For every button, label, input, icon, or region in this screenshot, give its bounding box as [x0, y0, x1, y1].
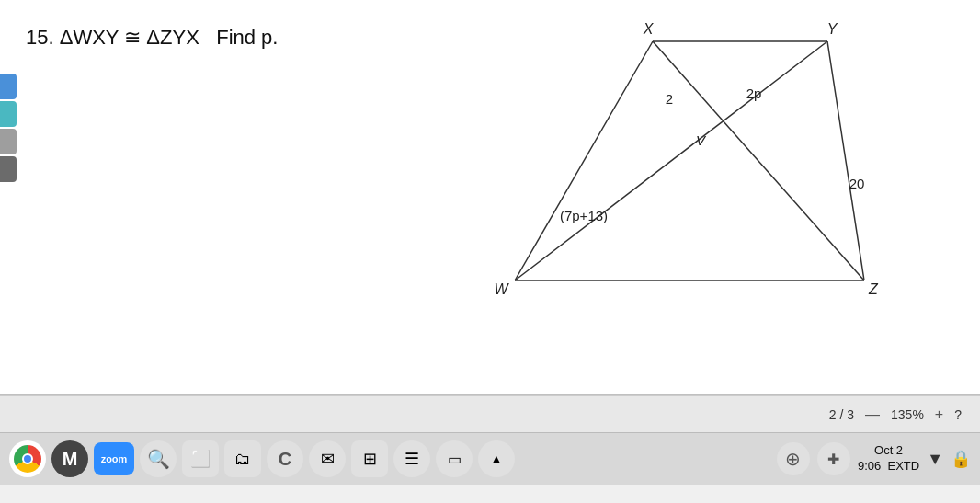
notifications-icon: ✚	[827, 451, 839, 468]
slides-icon: ▭	[448, 451, 462, 468]
taskbar-docs[interactable]: ☰	[393, 440, 430, 477]
left-tab-blue	[0, 74, 17, 99]
docs-icon: ☰	[405, 449, 419, 469]
taskbar: M zoom 🔍 ⬜ 🗂 C ✉ ⊞ ☰	[0, 432, 980, 485]
problem-statement: 15. ΔWXY ≅ ΔZYX Find p.	[26, 26, 278, 50]
calendar-icon: ⊞	[363, 449, 377, 469]
taskbar-notifications[interactable]: ✚	[817, 442, 850, 475]
label-side-yz: 20	[849, 176, 865, 191]
svg-line-0	[515, 41, 653, 280]
zoom-minus[interactable]: —	[865, 406, 880, 423]
time-display: 9:06 EXTD	[858, 459, 919, 474]
taskbar-tray: ⊕ ✚ Oct 2 9:06 EXTD ▼ 🔒	[777, 442, 971, 475]
wifi-icon: ▼	[927, 450, 943, 469]
zoom-level: 135%	[891, 407, 924, 422]
status-bar: 2 / 3 — 135% + ?	[0, 395, 980, 432]
taskbar-drive[interactable]: ▲	[478, 440, 515, 477]
taskbar-screen[interactable]: ⬜	[182, 440, 219, 477]
label-side-yv: 2p	[746, 86, 762, 101]
taskbar-search[interactable]: 🔍	[140, 440, 177, 477]
taskbar-gmail-app[interactable]: ✉	[309, 440, 346, 477]
taskbar-calendar[interactable]: ⊞	[351, 440, 388, 477]
search-icon: 🔍	[147, 448, 170, 470]
bottom-bar-container: 2 / 3 — 135% + ? M zoom 🔍 ⬜ �	[0, 395, 980, 503]
gmail-app-icon: ✉	[321, 449, 335, 469]
label-side-wx: (7p+13)	[560, 208, 608, 223]
chromebook-label: C	[279, 449, 291, 470]
taskbar-slides[interactable]: ▭	[436, 440, 473, 477]
problem-number: 15.	[26, 26, 54, 49]
vertex-x-label: X	[643, 21, 655, 37]
geometry-diagram: X Y W Z V 2 2p (7p+13) 20	[441, 14, 901, 326]
screen-icon: ⬜	[190, 449, 211, 469]
svg-line-3	[515, 41, 827, 280]
taskbar-gmail-m[interactable]: M	[51, 440, 88, 477]
left-tab-teal	[0, 101, 17, 127]
taskbar-add[interactable]: ⊕	[777, 442, 810, 475]
taskbar-files[interactable]: 🗂	[224, 440, 261, 477]
vertex-y-label: Y	[827, 21, 838, 37]
problem-congruence: ΔWXY ≅ ΔZYX	[60, 26, 199, 49]
left-strip	[0, 74, 17, 182]
left-tab-gray	[0, 129, 17, 154]
vertex-z-label: Z	[868, 281, 879, 297]
diagram-area: X Y W Z V 2 2p (7p+13) 20	[441, 14, 919, 345]
drive-icon: ▲	[490, 452, 503, 466]
problem-find: Find p.	[216, 26, 278, 49]
left-tab-darkgray	[0, 156, 17, 182]
zoom-plus[interactable]: +	[935, 406, 943, 423]
vertex-w-label: W	[494, 281, 509, 297]
gmail-m-label: M	[63, 449, 78, 470]
help-button[interactable]: ?	[954, 407, 962, 422]
files-icon: 🗂	[234, 450, 251, 469]
page-indicator: 2 / 3	[829, 407, 854, 422]
label-side-xv: 2	[666, 91, 673, 107]
battery-icon: 🔒	[951, 449, 971, 469]
taskbar-zoom[interactable]: zoom	[94, 442, 134, 475]
datetime-block[interactable]: Oct 2 9:06 EXTD	[858, 443, 919, 474]
main-content: 15. ΔWXY ≅ ΔZYX Find p. X Y W Z V	[0, 0, 980, 395]
zoom-label: zoom	[101, 453, 128, 464]
taskbar-chromebook[interactable]: C	[267, 440, 303, 477]
date-display: Oct 2	[874, 443, 903, 459]
add-icon: ⊕	[785, 448, 801, 470]
taskbar-chrome[interactable]	[9, 440, 46, 477]
